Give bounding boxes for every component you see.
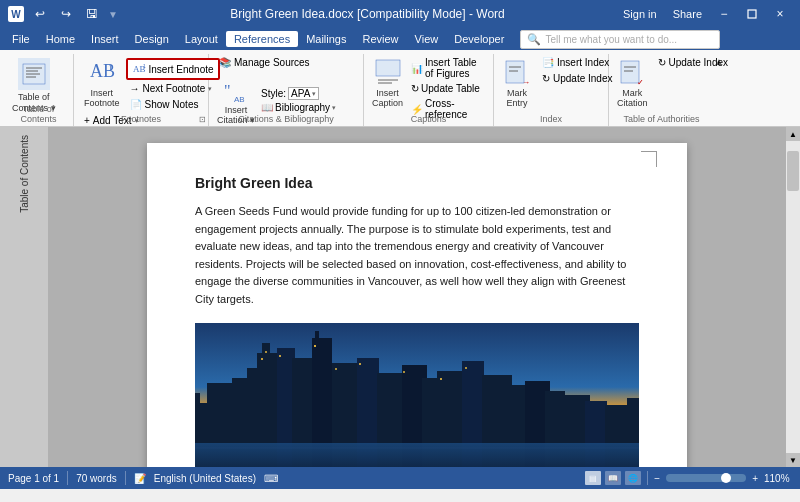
tell-me-area: 🔍 Tell me what you want to do... [512,30,796,49]
menu-insert[interactable]: Insert [83,31,127,47]
authorities-group-label: Table of Authorities [609,114,714,124]
insert-caption-button[interactable]: InsertCaption [370,56,405,110]
insert-endnote-button[interactable]: AB1 Insert Endnote [126,58,220,80]
svg-rect-59 [403,371,405,373]
insert-footnote-button[interactable]: AB 1 InsertFootnote [80,56,124,110]
bibliography-button[interactable]: 📖 Bibliography ▾ [261,102,336,113]
word-count[interactable]: 70 words [76,473,117,484]
undo-button[interactable]: ↩ [30,5,50,23]
save-quick-button[interactable]: 🖫 [82,5,102,23]
scroll-track[interactable] [786,141,800,453]
svg-rect-61 [465,367,467,369]
status-bar-right: ▤ 📖 🌐 − + 110% [585,471,792,485]
toc-sidebar-label[interactable]: Table of Contents [17,131,32,217]
menu-developer[interactable]: Developer [446,31,512,47]
svg-rect-54 [265,351,267,353]
svg-rect-56 [314,345,316,347]
zoom-out-button[interactable]: − [654,473,660,484]
insert-index-icon: 📑 [542,57,554,68]
scroll-up-arrow[interactable]: ▲ [786,127,800,141]
doc-container: Bright Green Idea A Green Seeds Fund wou… [48,127,800,467]
tell-me-input[interactable]: 🔍 Tell me what you want to do... [520,30,720,49]
svg-rect-25 [195,393,200,403]
update-index-icon: ↻ [542,73,550,84]
svg-rect-60 [440,378,442,380]
page-corner-mark [641,151,657,167]
document-body-text[interactable]: A Green Seeds Fund would provide funding… [195,203,639,309]
mark-citation-label: MarkCitation [617,88,648,108]
scroll-thumb[interactable] [787,151,799,191]
manage-sources-button[interactable]: 📚 Manage Sources [215,56,314,69]
vertical-scrollbar[interactable]: ▲ ▼ [786,127,800,467]
share-button[interactable]: Share [667,6,708,22]
citations-sub: Style: APA ▾ 📖 Bibliography ▾ [261,87,336,113]
toc-group-label: Table of Contents [4,104,73,124]
ribbon-group-footnotes: AB 1 InsertFootnote AB1 Insert Endnote [74,54,209,126]
caption-icon [373,58,403,88]
style-select[interactable]: APA ▾ [288,87,319,100]
city-image [195,323,639,467]
ribbon-group-captions: InsertCaption 📊 Insert Table of Figures … [364,54,494,126]
print-layout-view-button[interactable]: ▤ [585,471,601,485]
menu-review[interactable]: Review [355,31,407,47]
left-sidebar: Table of Contents [0,127,48,467]
show-notes-icon: 📄 [130,99,142,110]
update-index-button[interactable]: ↻ Update Index [538,72,617,85]
svg-rect-0 [748,10,756,18]
svg-rect-53 [261,358,263,360]
captions-group-label: Captions [364,114,493,124]
status-bar-left: Page 1 of 1 70 words 📝 English (United S… [8,471,278,485]
mark-citation-icon: ✓ [617,58,647,88]
city-skyline-svg [195,323,639,467]
update-table-auth-icon: ↻ [658,57,666,68]
ribbon-group-citations: 📚 Manage Sources " AB InsertCitation ▾ [209,54,364,126]
citations-group-label: Citations & Bibliography [209,114,363,124]
word-app-icon: W [8,6,24,22]
menu-design[interactable]: Design [127,31,177,47]
doc-page: Bright Green Idea A Green Seeds Fund wou… [48,127,786,467]
read-mode-view-button[interactable]: 📖 [605,471,621,485]
document-title: Bright Green Idea.docx [Compatibility Mo… [118,7,617,21]
close-button[interactable]: × [768,5,792,23]
footnotes-expand-icon[interactable]: ⊡ [199,115,206,124]
web-layout-view-button[interactable]: 🌐 [625,471,641,485]
ribbon-group-toc: Table ofContents ▾ Table of Contents [4,54,74,126]
restore-button[interactable] [740,5,764,23]
menu-file[interactable]: File [4,31,38,47]
footnotes-group-label: Footnotes [74,114,208,124]
zoom-in-button[interactable]: + [752,473,758,484]
bib-icon: 📖 [261,102,273,113]
scroll-down-arrow[interactable]: ▼ [786,453,800,467]
separator-2 [125,471,126,485]
menu-home[interactable]: Home [38,31,83,47]
insert-table-figures-button[interactable]: 📊 Insert Table of Figures [409,56,487,80]
svg-rect-34 [315,331,319,341]
redo-button[interactable]: ↪ [56,5,76,23]
menu-mailings[interactable]: Mailings [298,31,354,47]
zoom-thumb [721,473,731,483]
menu-layout[interactable]: Layout [177,31,226,47]
title-bar-left: W ↩ ↪ 🖫 ▼ [8,5,118,23]
mark-citation-button[interactable]: ✓ MarkCitation [615,56,650,110]
show-notes-button[interactable]: 📄 Show Notes [126,97,220,112]
sign-in-button[interactable]: Sign in [617,6,663,22]
authorities-sub: ↻ Update Index [654,56,733,70]
toc-icon [18,58,50,90]
svg-rect-55 [279,355,281,357]
svg-rect-50 [195,443,639,467]
zoom-slider[interactable] [666,474,746,482]
footnote-label: InsertFootnote [84,88,120,108]
minimize-button[interactable]: − [712,5,736,23]
menu-references[interactable]: References [226,31,298,47]
menu-view[interactable]: View [407,31,447,47]
update-table-authorities-button[interactable]: ↻ Update Index [654,56,733,69]
mark-entry-icon: → [502,58,532,88]
next-footnote-icon: → [130,83,140,94]
mark-entry-button[interactable]: → MarkEntry [500,56,534,110]
next-footnote-button[interactable]: → Next Footnote ▾ [126,81,220,96]
language-indicator[interactable]: English (United States) [154,473,256,484]
spell-check-icon[interactable]: 📝 [134,473,146,484]
insert-index-button[interactable]: 📑 Insert Index [538,56,617,69]
update-table-captions-button[interactable]: ↻ Update Table [409,82,487,95]
zoom-level[interactable]: 110% [764,473,792,484]
